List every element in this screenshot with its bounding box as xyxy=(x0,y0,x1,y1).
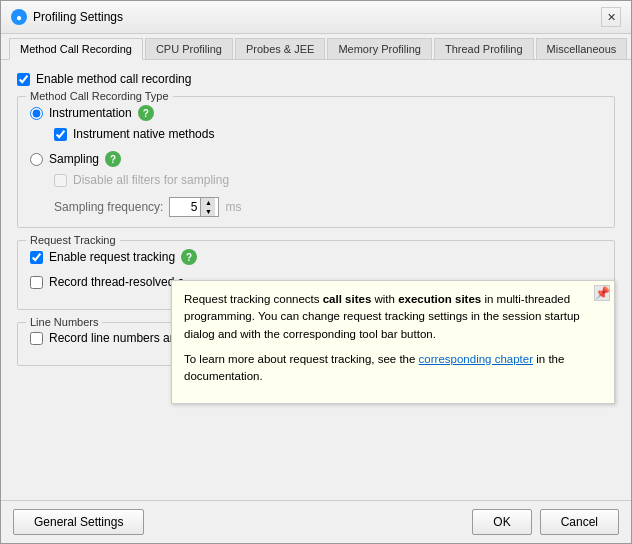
line-numbers-title: Line Numbers xyxy=(26,316,102,328)
close-button[interactable]: ✕ xyxy=(601,7,621,27)
tooltip-p2-pre: To learn more about request tracking, se… xyxy=(184,353,419,365)
disable-filters-row: Disable all filters for sampling xyxy=(54,173,602,187)
instrumentation-row: Instrumentation ? xyxy=(30,105,602,121)
instrument-native-label: Instrument native methods xyxy=(73,127,214,141)
enable-request-tracking-row: Enable request tracking ? xyxy=(30,249,602,265)
enable-method-recording-checkbox[interactable] xyxy=(17,73,30,86)
sampling-row: Sampling ? xyxy=(30,151,602,167)
spinbox-up-button[interactable]: ▲ xyxy=(201,198,215,207)
tooltip-p1-mid: with xyxy=(371,293,398,305)
tooltip-paragraph2: To learn more about request tracking, se… xyxy=(184,351,602,386)
tooltip-bold-execution-sites: execution sites xyxy=(398,293,481,305)
mcr-type-title: Method Call Recording Type xyxy=(26,90,173,102)
record-line-numbers-checkbox[interactable] xyxy=(30,332,43,345)
tab-bar: Method Call Recording CPU Profiling Prob… xyxy=(1,34,631,60)
ok-button[interactable]: OK xyxy=(472,509,531,535)
profiling-settings-dialog: ● Profiling Settings ✕ Method Call Recor… xyxy=(0,0,632,544)
tab-probes-jee[interactable]: Probes & JEE xyxy=(235,38,325,59)
disable-filters-checkbox[interactable] xyxy=(54,174,67,187)
title-bar-left: ● Profiling Settings xyxy=(11,9,123,25)
dialog-title: Profiling Settings xyxy=(33,10,123,24)
spinbox-down-button[interactable]: ▼ xyxy=(201,207,215,216)
record-thread-resolved-label: Record thread-resolved c xyxy=(49,275,184,289)
sampling-label: Sampling xyxy=(49,152,99,166)
title-bar: ● Profiling Settings ✕ xyxy=(1,1,631,34)
tooltip-popup: 📌 Request tracking connects call sites w… xyxy=(171,280,615,404)
pin-icon[interactable]: 📌 xyxy=(594,285,610,301)
sampling-freq-label: Sampling frequency: xyxy=(54,200,163,214)
dialog-icon: ● xyxy=(11,9,27,25)
instrumentation-help-icon[interactable]: ? xyxy=(138,105,154,121)
sampling-freq-unit: ms xyxy=(225,200,241,214)
sampling-help-icon[interactable]: ? xyxy=(105,151,121,167)
cancel-button[interactable]: Cancel xyxy=(540,509,619,535)
sampling-freq-input[interactable]: 5 xyxy=(170,199,200,215)
sampling-radio[interactable] xyxy=(30,153,43,166)
tab-memory-profiling[interactable]: Memory Profiling xyxy=(327,38,432,59)
tooltip-bold-call-sites: call sites xyxy=(323,293,372,305)
bottom-bar: General Settings OK Cancel xyxy=(1,500,631,543)
record-thread-resolved-checkbox[interactable] xyxy=(30,276,43,289)
instrument-native-row: Instrument native methods xyxy=(54,127,602,141)
instrumentation-radio[interactable] xyxy=(30,107,43,120)
sampling-freq-row: Sampling frequency: 5 ▲ ▼ ms xyxy=(54,197,602,217)
instrument-native-checkbox[interactable] xyxy=(54,128,67,141)
request-tracking-title: Request Tracking xyxy=(26,234,120,246)
enable-method-recording-label: Enable method call recording xyxy=(36,72,191,86)
request-tracking-help-icon[interactable]: ? xyxy=(181,249,197,265)
tab-miscellaneous[interactable]: Miscellaneous xyxy=(536,38,628,59)
tooltip-p1-pre: Request tracking connects xyxy=(184,293,323,305)
tab-thread-profiling[interactable]: Thread Profiling xyxy=(434,38,534,59)
main-content: Enable method call recording Method Call… xyxy=(1,60,631,500)
sampling-freq-spinbox: 5 ▲ ▼ xyxy=(169,197,219,217)
bottom-right-buttons: OK Cancel xyxy=(472,509,619,535)
instrumentation-label: Instrumentation xyxy=(49,106,132,120)
tooltip-paragraph1: Request tracking connects call sites wit… xyxy=(184,291,602,343)
enable-method-recording-row: Enable method call recording xyxy=(17,72,615,86)
general-settings-button[interactable]: General Settings xyxy=(13,509,144,535)
enable-request-tracking-checkbox[interactable] xyxy=(30,251,43,264)
tooltip-link[interactable]: corresponding chapter xyxy=(419,353,533,365)
mcr-type-group: Method Call Recording Type Instrumentati… xyxy=(17,96,615,228)
tab-cpu-profiling[interactable]: CPU Profiling xyxy=(145,38,233,59)
record-line-numbers-label: Record line numbers and xyxy=(49,331,183,345)
tab-method-call[interactable]: Method Call Recording xyxy=(9,38,143,60)
spinbox-buttons: ▲ ▼ xyxy=(200,198,215,216)
enable-request-tracking-label: Enable request tracking xyxy=(49,250,175,264)
disable-filters-label: Disable all filters for sampling xyxy=(73,173,229,187)
